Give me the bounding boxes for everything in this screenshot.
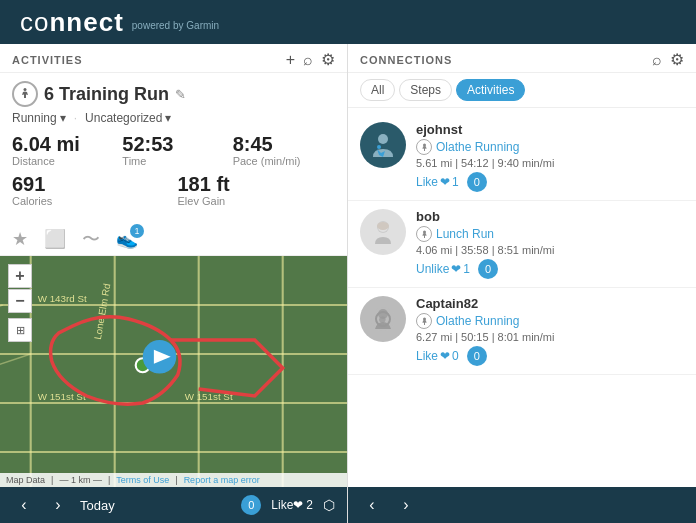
app-header: connect powered by Garmin: [0, 0, 696, 44]
svg-point-23: [378, 134, 388, 144]
avatar: [360, 209, 406, 255]
connection-details: bob Lunch Run 4.06 mi | 35:58 | 8:51 min…: [416, 209, 684, 279]
prev-activity-button[interactable]: ‹: [12, 496, 36, 514]
activity-title-row: 6 Training Run ✎: [12, 81, 335, 107]
activity-title: 6 Training Run: [44, 84, 169, 105]
connections-panel-actions: ⌕ ⚙: [652, 52, 684, 68]
search-activities-button[interactable]: ⌕: [303, 52, 313, 68]
activities-title: ACTIVITIES: [12, 54, 83, 66]
connection-details: Captain82 Olathe Running 6.27 mi | 50:15…: [416, 296, 684, 366]
tab-shoes-wrapper: 👟 1: [116, 228, 138, 250]
connection-actions: Unlike ❤ 1 0: [416, 259, 684, 279]
svg-point-0: [24, 88, 27, 91]
connection-activity-row: Lunch Run: [416, 226, 684, 242]
avatar: [360, 296, 406, 342]
comment-button[interactable]: 0: [467, 172, 487, 192]
list-item: ejohnst Olathe Running 5.61 mi | 54:12 |…: [348, 114, 696, 201]
connections-list: ejohnst Olathe Running 5.61 mi | 54:12 |…: [348, 108, 696, 487]
conn-run-icon: [416, 226, 432, 242]
footer-activity-count[interactable]: 0: [241, 495, 261, 515]
activity-card: 6 Training Run ✎ Running ▾ · Uncategoriz…: [0, 73, 347, 223]
svg-point-28: [377, 222, 389, 230]
svg-point-24: [377, 145, 381, 149]
activity-type[interactable]: Running ▾: [12, 111, 66, 125]
list-item: bob Lunch Run 4.06 mi | 35:58 | 8:51 min…: [348, 201, 696, 288]
stat-elev: 181 ft Elev Gain: [178, 173, 336, 207]
footer-likes: Like❤ 2: [271, 498, 313, 512]
list-item: Captain82 Olathe Running 6.27 mi | 50:15…: [348, 288, 696, 375]
conn-run-icon: [416, 139, 432, 155]
terms-of-use-link[interactable]: Terms of Use: [116, 475, 169, 485]
map-controls: + − ⊞: [8, 264, 32, 342]
stats-grid-2: 691 Calories 181 ft Elev Gain: [12, 173, 335, 207]
next-connection-button[interactable]: ›: [394, 496, 418, 514]
connection-name: bob: [416, 209, 684, 224]
connection-name: Captain82: [416, 296, 684, 311]
connection-details: ejohnst Olathe Running 5.61 mi | 54:12 |…: [416, 122, 684, 192]
comment-button[interactable]: 0: [467, 346, 487, 366]
connection-stats: 4.06 mi | 35:58 | 8:51 min/mi: [416, 244, 684, 256]
stat-distance: 6.04 mi Distance: [12, 133, 114, 167]
connection-actions: Like ❤ 1 0: [416, 172, 684, 192]
edit-activity-button[interactable]: ✎: [175, 87, 186, 102]
stat-time: 52:53 Time: [122, 133, 224, 167]
activity-category[interactable]: Uncategorized ▾: [85, 111, 171, 125]
connection-actions: Like ❤ 0 0: [416, 346, 684, 366]
connections-title: CONNECTIONS: [360, 54, 452, 66]
powered-by: powered by Garmin: [132, 20, 219, 31]
map-area[interactable]: W 143rd St W 151st St W 151st St S Ridge…: [0, 256, 347, 487]
like-button[interactable]: Like ❤ 0: [416, 349, 459, 363]
tab-chart[interactable]: 〜: [82, 227, 100, 251]
comment-button[interactable]: 0: [478, 259, 498, 279]
report-map-link[interactable]: Report a map error: [184, 475, 260, 485]
activity-run-icon: [12, 81, 38, 107]
like-button[interactable]: Like ❤ 1: [416, 175, 459, 189]
left-panel: ACTIVITIES + ⌕ ⚙ 6 Training Run: [0, 44, 348, 523]
unlike-button[interactable]: Unlike ❤ 1: [416, 262, 470, 276]
map-layers[interactable]: ⊞: [8, 318, 32, 342]
panel-actions: + ⌕ ⚙: [286, 52, 335, 68]
prev-connection-button[interactable]: ‹: [360, 496, 384, 514]
app-wrapper: connect powered by Garmin ACTIVITIES + ⌕…: [0, 0, 696, 523]
avatar: [360, 122, 406, 168]
connection-stats: 6.27 mi | 50:15 | 8:01 min/mi: [416, 331, 684, 343]
add-activity-button[interactable]: +: [286, 52, 295, 68]
map-attribution: Map Data | — 1 km — | Terms of Use | Rep…: [0, 473, 347, 487]
share-button[interactable]: ⬡: [323, 497, 335, 513]
map-zoom-in[interactable]: +: [8, 264, 32, 288]
activity-meta: Running ▾ · Uncategorized ▾: [12, 111, 335, 125]
connection-stats: 5.61 mi | 54:12 | 9:40 min/mi: [416, 157, 684, 169]
conn-run-icon: [416, 313, 432, 329]
right-panel-header: CONNECTIONS ⌕ ⚙: [348, 44, 696, 73]
stat-pace: 8:45 Pace (min/mi): [233, 133, 335, 167]
right-footer: ‹ ›: [348, 487, 696, 523]
map-svg: W 143rd St W 151st St W 151st St S Ridge…: [0, 256, 347, 487]
logo-bold: nnect: [49, 7, 123, 37]
connection-activity-name[interactable]: Lunch Run: [436, 227, 494, 241]
connection-activity-row: Olathe Running: [416, 139, 684, 155]
tab-star[interactable]: ★: [12, 228, 28, 250]
tab-edit[interactable]: ⬜: [44, 228, 66, 250]
today-button[interactable]: Today: [80, 498, 115, 513]
connection-activity-name[interactable]: Olathe Running: [436, 314, 519, 328]
left-footer: ‹ › Today 0 Like❤ 2 ⬡: [0, 487, 347, 523]
tab-steps[interactable]: Steps: [399, 79, 452, 101]
stats-grid: 6.04 mi Distance 52:53 Time 8:45 Pace (m…: [12, 133, 335, 167]
tab-all[interactable]: All: [360, 79, 395, 101]
tab-shoes-badge: 1: [130, 224, 144, 238]
activity-tabs-row: ★ ⬜ 〜 👟 1: [0, 223, 347, 256]
tab-activities[interactable]: Activities: [456, 79, 525, 101]
connections-settings-button[interactable]: ⚙: [670, 52, 684, 68]
connection-activity-name[interactable]: Olathe Running: [436, 140, 519, 154]
left-panel-header: ACTIVITIES + ⌕ ⚙: [0, 44, 347, 73]
main-content: ACTIVITIES + ⌕ ⚙ 6 Training Run: [0, 44, 696, 523]
stat-calories: 691 Calories: [12, 173, 170, 207]
connection-name: ejohnst: [416, 122, 684, 137]
next-activity-button[interactable]: ›: [46, 496, 70, 514]
svg-text:W 143rd St: W 143rd St: [38, 293, 87, 304]
search-connections-button[interactable]: ⌕: [652, 52, 662, 68]
map-zoom-out[interactable]: −: [8, 289, 32, 313]
logo: connect: [20, 7, 124, 38]
activities-settings-button[interactable]: ⚙: [321, 52, 335, 68]
logo-light: co: [20, 7, 49, 37]
